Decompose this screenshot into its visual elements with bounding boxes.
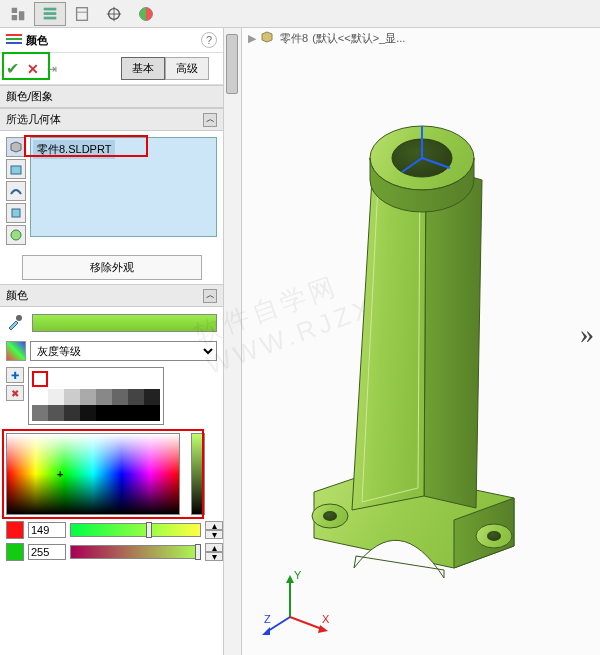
- help-button[interactable]: ?: [201, 32, 217, 48]
- section-color[interactable]: 颜色 ︿: [0, 284, 223, 307]
- svg-marker-29: [318, 625, 328, 633]
- swatch-tools: ✚ ✖: [6, 367, 24, 425]
- ok-button[interactable]: ✔: [6, 59, 19, 78]
- crumb-state[interactable]: (默认<<默认>_显...: [312, 31, 405, 46]
- svg-line-28: [290, 617, 322, 629]
- section-geometry-label: 所选几何体: [6, 112, 61, 127]
- g-down[interactable]: ▾: [205, 552, 223, 561]
- svg-point-15: [16, 315, 22, 321]
- hue-field[interactable]: +: [6, 433, 180, 515]
- current-color-row: [0, 307, 223, 339]
- remove-appearance-button[interactable]: 移除外观: [22, 255, 202, 280]
- pin-button[interactable]: ⇥: [47, 62, 57, 76]
- part-icon: [260, 30, 276, 46]
- selection-list[interactable]: 零件8.SLDPRT: [30, 137, 217, 237]
- tab-appearance[interactable]: [130, 2, 162, 26]
- mode-basic[interactable]: 基本: [121, 57, 165, 80]
- rgb-r-row: ▴▾: [0, 519, 223, 541]
- r-value-input[interactable]: [28, 522, 66, 538]
- orientation-triad[interactable]: Y X Z: [262, 567, 332, 637]
- svg-text:Z: Z: [264, 613, 271, 625]
- svg-rect-3: [77, 7, 88, 20]
- filter-icons: [6, 137, 26, 245]
- svg-rect-1: [44, 12, 57, 15]
- g-slider[interactable]: [70, 545, 201, 559]
- svg-rect-0: [44, 7, 57, 10]
- panel-scrollbar[interactable]: [224, 28, 242, 655]
- selection-item[interactable]: 零件8.SLDPRT: [33, 140, 115, 159]
- section-geometry[interactable]: 所选几何体 ︿: [0, 108, 223, 131]
- panel-title-row: 颜色 ?: [0, 28, 223, 53]
- current-color-swatch[interactable]: [32, 314, 217, 332]
- svg-text:Y: Y: [294, 569, 302, 581]
- palette-select-row: 灰度等级: [0, 339, 223, 363]
- filter-body-icon[interactable]: [6, 203, 26, 223]
- tab-config[interactable]: [66, 2, 98, 26]
- swatch-area: ✚ ✖: [0, 363, 223, 429]
- cancel-button[interactable]: ✕: [27, 61, 39, 77]
- filter-surface-icon[interactable]: [6, 181, 26, 201]
- value-strip[interactable]: [191, 433, 205, 515]
- collapse-icon[interactable]: ︿: [203, 289, 217, 303]
- r-slider[interactable]: [70, 523, 201, 537]
- svg-rect-2: [44, 16, 57, 19]
- chevron-right-icon: ▶: [248, 32, 256, 45]
- mode-advanced[interactable]: 高级: [165, 57, 209, 80]
- expand-bracket-icon[interactable]: »: [580, 318, 594, 350]
- palette-select[interactable]: 灰度等级: [30, 341, 217, 361]
- g-value-input[interactable]: [28, 544, 66, 560]
- filter-feature-icon[interactable]: [6, 225, 26, 245]
- add-swatch-button[interactable]: ✚: [6, 367, 24, 383]
- r-swatch: [6, 521, 24, 539]
- tab-property-manager[interactable]: [34, 2, 66, 26]
- svg-rect-13: [12, 209, 20, 217]
- hue-cursor[interactable]: +: [57, 468, 69, 480]
- eyedropper-icon[interactable]: [6, 313, 26, 333]
- action-row: ✔ ✕ ⇥ 基本 高级: [0, 53, 223, 85]
- svg-marker-26: [286, 575, 294, 583]
- svg-marker-32: [262, 627, 270, 635]
- color-lines-icon: [6, 32, 22, 48]
- r-down[interactable]: ▾: [205, 530, 223, 539]
- svg-text:X: X: [322, 613, 330, 625]
- svg-point-19: [487, 531, 501, 541]
- g-swatch: [6, 543, 24, 561]
- hue-picker-area: +: [0, 429, 223, 519]
- filter-face-icon[interactable]: [6, 159, 26, 179]
- section-color-label: 颜色: [6, 288, 28, 303]
- rgb-g-row: ▴▾: [0, 541, 223, 563]
- swatch-grid[interactable]: [28, 367, 164, 425]
- svg-point-14: [11, 230, 21, 240]
- geometry-body: 零件8.SLDPRT: [0, 131, 223, 251]
- collapse-icon[interactable]: ︿: [203, 113, 217, 127]
- panel-tab-strip: [0, 0, 600, 28]
- remove-swatch-button[interactable]: ✖: [6, 385, 24, 401]
- section-color-image[interactable]: 颜色/图象: [0, 85, 223, 108]
- svg-rect-12: [11, 166, 21, 174]
- palette-icon[interactable]: [6, 341, 26, 361]
- svg-line-31: [268, 617, 290, 631]
- filter-part-icon[interactable]: [6, 137, 26, 157]
- tab-dimxpert[interactable]: [98, 2, 130, 26]
- crumb-part[interactable]: 零件8: [280, 31, 308, 46]
- breadcrumb[interactable]: ▶ 零件8 (默认<<默认>_显...: [248, 30, 405, 46]
- viewport[interactable]: ▶ 零件8 (默认<<默认>_显... 软件自学网WWW.RJZXW.COM: [224, 28, 600, 655]
- highlight-first-swatch: [32, 371, 48, 387]
- property-panel: 颜色 ? ✔ ✕ ⇥ 基本 高级 颜色/图象 所选几何体 ︿ 零件8.SLDPR…: [0, 28, 224, 655]
- model-view[interactable]: [244, 68, 600, 628]
- svg-point-17: [323, 511, 337, 521]
- scroll-thumb[interactable]: [226, 34, 238, 94]
- panel-title: 颜色: [26, 33, 48, 48]
- mode-switch: 基本 高级: [121, 57, 209, 80]
- tab-feature-tree[interactable]: [2, 2, 34, 26]
- section-color-image-label: 颜色/图象: [6, 89, 53, 104]
